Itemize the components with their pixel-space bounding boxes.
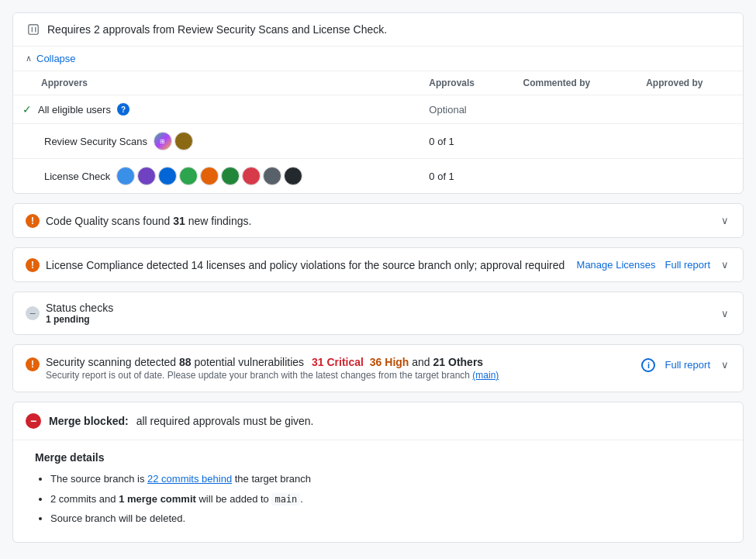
status-checks-row: – Status checks 1 pending ∨ [13,292,743,334]
avatar [179,167,198,185]
merge-commit-bold: 1 merge commit [119,493,196,505]
approver-name-cell: License Check [13,159,416,194]
collapse-row: ∧ Collapse [13,47,743,71]
avatar [221,167,240,185]
approvals-icon [26,22,41,36]
branch-link[interactable]: (main) [472,370,499,381]
col-commented: Commented by [511,71,634,95]
help-icon[interactable]: ? [117,103,129,116]
commented-cell [511,124,634,159]
approvals-table: Approvers Approvals Commented by Approve… [13,71,743,193]
avatar-group: ⊞ [154,132,193,150]
table-row: License Check [13,159,743,194]
license-compliance-row: ! License Compliance detected 14 license… [13,248,743,281]
bullet1-post: the target branch [232,473,311,485]
security-mid: potential vulnerabilities [192,356,305,368]
license-compliance-card: ! License Compliance detected 14 license… [12,247,744,282]
code-quality-post: new findings. [185,215,252,227]
high-text: 36 High [370,356,409,368]
avatar [116,167,135,185]
expand-button[interactable]: ∨ [720,357,730,372]
bullet2-post: will be added to [196,493,272,505]
commits-behind-link[interactable]: 22 commits behind [147,473,232,485]
approvals-count-cell: 0 of 1 [416,159,510,194]
approvals-table-header-row: Approvers Approvals Commented by Approve… [13,71,743,95]
security-pre: Security scanning detected [46,356,179,368]
approver-name: License Check [44,171,110,182]
bullet2-pre: 2 commits and [50,493,119,505]
merge-details-list: The source branch is 22 commits behind t… [35,471,730,526]
avatar [137,167,156,185]
avatar [174,132,193,150]
pending-icon: – [26,306,40,320]
approved-cell [633,95,743,124]
license-message: License Compliance detected 14 licenses … [46,259,564,271]
expand-button[interactable]: ∨ [720,306,730,321]
bullet2-end: . [300,493,303,505]
merge-blocked-card: − Merge blocked: all required approvals … [12,402,744,543]
status-subtitle: 1 pending [46,314,713,325]
full-report-link[interactable]: Full report [665,259,710,271]
col-approvers: Approvers [13,71,416,95]
avatar [158,167,177,185]
approved-cell [633,159,743,194]
code-quality-pre: Code Quality scans found [46,215,173,227]
approver-name: Review Security Scans [44,136,147,147]
commented-cell [511,95,634,124]
license-content: License Compliance detected 14 licenses … [46,259,571,271]
approver-name-cell: Review Security Scans ⊞ [13,124,416,159]
code-quality-content: Code Quality scans found 31 new findings… [46,215,713,227]
avatar: ⊞ [154,132,172,150]
avatar [263,167,281,185]
status-title: Status checks [46,302,713,314]
license-actions: Manage Licenses Full report ∨ [577,257,730,272]
list-item: Source branch will be deleted. [50,511,730,526]
warning-icon: ! [26,357,40,371]
security-scanning-row: ! Security scanning detected 88 potentia… [13,345,743,392]
status-checks-card: – Status checks 1 pending ∨ [12,292,744,335]
warning-icon: ! [26,214,40,228]
info-icon[interactable]: i [641,358,655,372]
code-quality-row: ! Code Quality scans found 31 new findin… [13,204,743,237]
bullet3-text: Source branch will be deleted. [50,512,185,524]
security-content: Security scanning detected 88 potential … [46,356,635,381]
full-report-link[interactable]: Full report [665,359,710,371]
merge-details: Merge details The source branch is 22 co… [13,440,743,542]
expand-button[interactable]: ∨ [720,257,730,272]
manage-licenses-link[interactable]: Manage Licenses [577,259,656,271]
optional-text: Optional [429,104,466,116]
merge-blocked-title: Merge blocked: [49,415,129,427]
avatar [200,167,219,185]
avatar-group [116,167,302,185]
status-content: Status checks 1 pending [46,302,713,325]
security-main-line: Security scanning detected 88 potential … [46,356,635,368]
collapse-link[interactable]: Collapse [36,53,76,64]
avatar [284,167,302,185]
table-row: ✓ All eligible users ? Optional [13,95,743,124]
merge-blocked-header: − Merge blocked: all required approvals … [13,402,743,440]
security-count: 88 [179,356,192,368]
code-quality-count: 31 [173,215,185,227]
check-icon: ✓ [22,103,32,116]
security-scanning-card: ! Security scanning detected 88 potentia… [12,344,744,392]
approvals-count-cell: Optional [416,95,510,124]
expand-button[interactable]: ∨ [720,213,730,228]
avatar [242,167,261,185]
merge-details-title: Merge details [35,451,730,464]
approvals-header: Requires 2 approvals from Review Securit… [13,13,743,47]
count-text: 0 of 1 [429,171,454,182]
approvals-count-cell: 0 of 1 [416,124,510,159]
list-item: The source branch is 22 commits behind t… [50,471,730,487]
and-text: and [412,356,433,368]
chevron-up-icon: ∧ [26,53,32,64]
col-approvals: Approvals [416,71,510,95]
warning-icon: ! [26,258,40,272]
security-actions: i Full report ∨ [641,357,730,372]
blocked-icon: − [26,413,41,429]
list-item: 2 commits and 1 merge commit will be add… [50,492,730,507]
others-text: 21 Others [433,356,484,368]
col-approved: Approved by [633,71,743,95]
table-row: Review Security Scans ⊞ 0 of 1 [13,124,743,159]
security-sub: Security report is out of date. Please u… [46,370,635,381]
bullet1-pre: The source branch is [50,473,147,485]
